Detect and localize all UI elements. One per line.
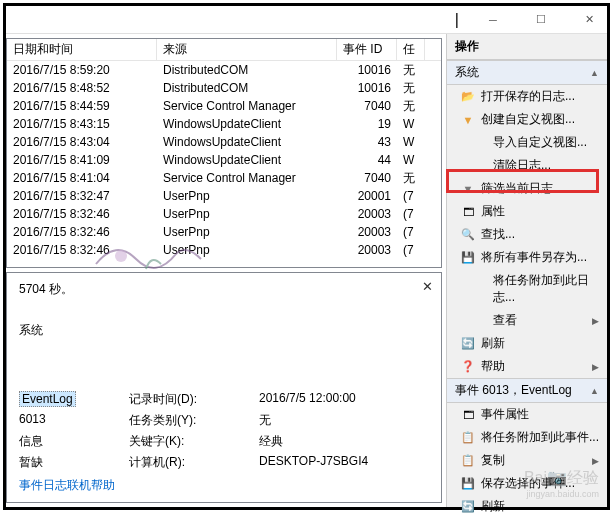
action-item[interactable]: ▼筛选当前日志... [447,177,607,200]
action-label: 事件属性 [481,406,599,423]
action-label: 导入自定义视图... [493,134,599,151]
action-icon: 🔍 [461,228,475,242]
keyword-label: 关键字(K): [129,433,259,450]
table-row[interactable]: 2016/7/15 8:43:15WindowsUpdateClient19W [7,115,441,133]
action-icon [473,314,487,328]
collapse-icon: ▲ [590,68,599,78]
action-label: 创建自定义视图... [481,111,599,128]
recordtime-value: 2016/7/5 12:00:00 [259,391,429,408]
action-item[interactable]: 📋复制▶ [447,449,607,472]
maximize-button[interactable]: ☐ [527,10,555,30]
event-table[interactable]: 日期和时间 来源 事件 ID 任 2016/7/15 8:59:20Distri… [6,38,442,268]
table-row[interactable]: 2016/7/15 8:59:20DistributedCOM10016无 [7,61,441,79]
action-icon [473,159,487,173]
action-label: 筛选当前日志... [481,180,599,197]
action-label: 保存选择的事件... [481,475,599,492]
table-row[interactable]: 2016/7/15 8:41:09WindowsUpdateClient44W [7,151,441,169]
action-icon: ❓ [461,360,475,374]
action-item[interactable]: 查看▶ [447,309,607,332]
table-row[interactable]: 2016/7/15 8:43:04WindowsUpdateClient43W [7,133,441,151]
action-icon: 📂 [461,90,475,104]
action-icon: 🗔 [461,408,475,422]
col-id[interactable]: 事件 ID [337,39,397,60]
sys-label: 系统 [19,322,429,339]
taskcat-label: 任务类别(Y): [129,412,259,429]
action-label: 将任务附加到此事件... [481,429,599,446]
action-item[interactable]: 将任务附加到此日志... [447,269,607,309]
action-icon [473,136,487,150]
info-value: 信息 [19,433,129,450]
action-item[interactable]: 🗔属性 [447,200,607,223]
action-label: 帮助 [481,358,586,375]
col-task[interactable]: 任 [397,39,425,60]
action-label: 将所有事件另存为... [481,249,599,266]
table-row[interactable]: 2016/7/15 8:32:46UserPnp20003(7 [7,241,441,259]
section-event[interactable]: 事件 6013，EventLog▲ [447,378,607,403]
eventlog-value[interactable]: EventLog [19,391,76,407]
action-icon: 🗔 [461,205,475,219]
action-item[interactable]: ▼创建自定义视图... [447,108,607,131]
action-label: 查找... [481,226,599,243]
action-label: 打开保存的日志... [481,88,599,105]
action-item[interactable]: 💾将所有事件另存为... [447,246,607,269]
close-button[interactable]: ✕ [575,10,603,30]
action-label: 查看 [493,312,586,329]
table-row[interactable]: 2016/7/15 8:41:04Service Control Manager… [7,169,441,187]
tmp-value: 暂缺 [19,454,129,471]
window-titlebar: | ─ ☐ ✕ [6,6,607,34]
table-row[interactable]: 2016/7/15 8:44:59Service Control Manager… [7,97,441,115]
action-item[interactable]: 🔍查找... [447,223,607,246]
uptime-text: 5704 秒。 [19,281,429,298]
action-icon: 💾 [461,251,475,265]
section-system[interactable]: 系统▲ [447,60,607,85]
recordtime-label: 记录时间(D): [129,391,259,408]
action-label: 刷新 [481,335,599,352]
action-label: 属性 [481,203,599,220]
action-icon: 🔄 [461,337,475,351]
detail-close-icon[interactable]: ✕ [422,279,433,294]
table-header: 日期和时间 来源 事件 ID 任 [7,39,441,61]
col-source[interactable]: 来源 [157,39,337,60]
action-icon: 💾 [461,477,475,491]
submenu-arrow: ▶ [592,456,599,466]
taskcat-value: 无 [259,412,429,429]
table-row[interactable]: 2016/7/15 8:32:46UserPnp20003(7 [7,223,441,241]
table-row[interactable]: 2016/7/15 8:32:47UserPnp20001(7 [7,187,441,205]
action-label: 刷新 [481,498,599,513]
action-icon: ▼ [461,113,475,127]
action-item[interactable]: 💾保存选择的事件... [447,472,607,495]
actions-pane: 操作 系统▲ 📂打开保存的日志...▼创建自定义视图...导入自定义视图...清… [447,34,607,507]
action-label: 将任务附加到此日志... [493,272,599,306]
table-row[interactable]: 2016/7/15 8:32:46UserPnp20003(7 [7,205,441,223]
table-row[interactable]: 2016/7/15 8:48:52DistributedCOM10016无 [7,79,441,97]
action-label: 清除日志... [493,157,599,174]
action-item[interactable]: 🔄刷新 [447,332,607,355]
action-icon: 📋 [461,431,475,445]
minimize-button[interactable]: ─ [479,10,507,30]
action-item[interactable]: ❓帮助▶ [447,355,607,378]
submenu-arrow: ▶ [592,362,599,372]
action-item[interactable]: 清除日志... [447,154,607,177]
collapse-icon: ▲ [590,386,599,396]
code-value: 6013 [19,412,129,429]
computer-value: DESKTOP-J7SBGI4 [259,454,429,471]
action-icon: 🔄 [461,500,475,514]
action-item[interactable]: 📂打开保存的日志... [447,85,607,108]
online-help-link[interactable]: 事件日志联机帮助 [19,477,429,494]
action-icon: 📋 [461,454,475,468]
action-item[interactable]: 🗔事件属性 [447,403,607,426]
action-label: 复制 [481,452,586,469]
action-item[interactable]: 🔄刷新 [447,495,607,513]
submenu-arrow: ▶ [592,316,599,326]
action-item[interactable]: 导入自定义视图... [447,131,607,154]
detail-pane: ✕ 5704 秒。 系统 EventLog 记录时间(D): 2016/7/5 … [6,272,442,503]
actions-title: 操作 [447,34,607,60]
col-date[interactable]: 日期和时间 [7,39,157,60]
computer-label: 计算机(R): [129,454,259,471]
pipe: | [455,11,459,29]
action-item[interactable]: 📋将任务附加到此事件... [447,426,607,449]
keyword-value: 经典 [259,433,429,450]
action-icon [473,282,487,296]
action-icon: ▼ [461,182,475,196]
